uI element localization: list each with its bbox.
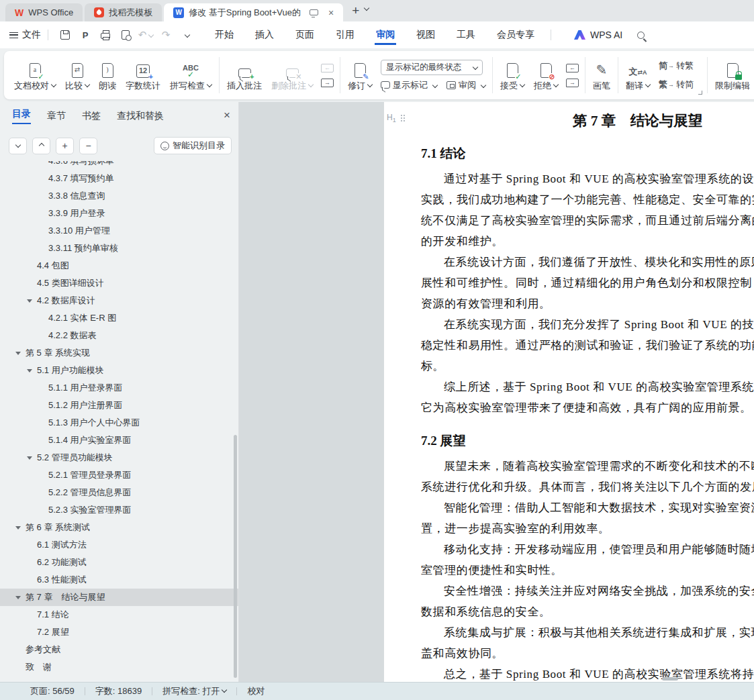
menu-insert[interactable]: 插入 xyxy=(254,25,275,45)
save-button[interactable] xyxy=(55,26,75,44)
review-panel-button[interactable]: 审阅 xyxy=(446,79,485,91)
brush-button[interactable]: ✎ 画笔 xyxy=(588,56,615,95)
toc-item[interactable]: 5.1.3 用户个人中心界面 xyxy=(0,414,238,432)
quickbar-customize-button[interactable] xyxy=(176,26,196,44)
toc-item[interactable]: 5.2.1 管理员登录界面 xyxy=(0,466,238,484)
toc-item[interactable]: 3.3.10 用户管理 xyxy=(0,222,238,240)
menu-reference[interactable]: 引用 xyxy=(334,25,356,45)
toc-collapse-arrow-icon[interactable] xyxy=(27,299,32,303)
menu-page[interactable]: 页面 xyxy=(294,25,316,45)
reject-button[interactable]: ⊘ 拒绝 xyxy=(529,56,563,95)
toc-item[interactable]: 4.2.2 数据表 xyxy=(0,327,238,344)
document-text-line[interactable]: 在系统实现方面，我们充分发挥了 Spring Boot 和 VUE 的技术优势 xyxy=(421,314,754,335)
document-text-line[interactable]: 展性和可维护性。同时，通过精细化的用户角色划分和权限控制，我们 xyxy=(421,272,754,293)
sidebar-tab-sections[interactable]: 章节 xyxy=(47,110,66,122)
toc-item[interactable]: 7.2 展望 xyxy=(0,623,238,641)
spell-check-button[interactable]: ABC✓ 拼写检查 xyxy=(165,56,216,95)
toc-zoom-out-button[interactable]: − xyxy=(79,138,97,154)
toc-item[interactable]: 4.3.7 填写预约单 xyxy=(0,170,238,187)
toc-item[interactable]: 6.1 测试方法 xyxy=(0,536,238,554)
document-text-line[interactable]: 实践，我们成功地构建了一个功能完善、性能稳定、安全可靠的实验室 xyxy=(421,189,754,210)
redo-button[interactable]: ↷ xyxy=(156,26,176,44)
prev-change-icon[interactable]: ← xyxy=(566,64,579,72)
menu-member[interactable]: 会员专享 xyxy=(496,25,536,45)
menu-home[interactable]: 开始 xyxy=(214,25,235,45)
tab-wps-office[interactable]: W WPS Office xyxy=(5,3,83,21)
heading-level-marker[interactable]: H1 xyxy=(387,113,402,123)
toc-item[interactable]: 第 5 章 系统实现 xyxy=(0,344,238,362)
tab-close-icon[interactable]: × xyxy=(328,7,334,18)
drag-handle-icon[interactable] xyxy=(401,115,402,116)
toc-item[interactable]: 3.3.9 用户登录 xyxy=(0,205,238,222)
toc-item[interactable]: 5.1.2 用户注册界面 xyxy=(0,397,238,414)
doc-proofread-button[interactable]: a✓ 文档校对 xyxy=(9,56,60,95)
toc-collapse-arrow-icon[interactable] xyxy=(15,526,21,530)
restrict-edit-button[interactable]: 限制编辑 xyxy=(710,56,754,95)
toc-item[interactable]: 5.1 用户功能模块 xyxy=(0,362,238,379)
document-text-line[interactable]: 置，进一步提高实验室的利用效率。 xyxy=(421,518,754,539)
document-text-line[interactable]: 智能化管理：借助人工智能和大数据技术，实现对实验室资源的智 xyxy=(421,497,754,518)
toc-item[interactable]: 6.2 功能测试 xyxy=(0,554,238,571)
spellcheck-indicator[interactable]: 拼写检查: 打开 xyxy=(162,685,226,697)
document-text-line[interactable]: 统不仅满足了高校实验室管理的实际需求，而且通过前后端分离的技术 xyxy=(421,210,754,231)
export-pdf-button[interactable]: P xyxy=(75,26,95,44)
toc-item[interactable]: 5.1.1 用户登录界面 xyxy=(0,379,238,397)
document-text-line[interactable]: 盖和高效协同。 xyxy=(421,643,754,664)
toc-item[interactable]: 3.3.8 信息查询 xyxy=(0,187,238,205)
document-text-line[interactable]: 数据和系统信息的安全。 xyxy=(421,601,754,622)
sidebar-tab-contents[interactable]: 目录 xyxy=(12,108,31,124)
document-text-line[interactable]: 的开发和维护。 xyxy=(421,231,754,252)
proofread-button[interactable]: 校对 xyxy=(247,685,265,697)
track-changes-button[interactable]: ✎ 修订 xyxy=(343,56,377,95)
toc-item[interactable]: 第 7 章 结论与展望 xyxy=(0,589,238,606)
toc-item[interactable]: 第 6 章 系统测试 xyxy=(0,519,238,536)
toc-expand-button[interactable] xyxy=(9,138,27,154)
toc-collapse-arrow-icon[interactable] xyxy=(15,352,21,355)
accept-button[interactable]: ✓ 接受 xyxy=(496,56,529,95)
undo-button[interactable]: ↶ xyxy=(136,26,156,44)
word-count-indicator[interactable]: 字数: 18639 xyxy=(95,685,142,697)
wps-ai-button[interactable]: WPS AI xyxy=(574,30,622,40)
tab-list-chevron-icon[interactable] xyxy=(362,3,369,15)
toc-zoom-in-button[interactable]: + xyxy=(56,138,74,154)
document-text-line[interactable]: 稳定性和易用性。通过严格的测试和验证，我们验证了系统的功能和性 xyxy=(421,335,754,356)
document-text-line[interactable]: 总之，基于 Spring Boot 和 VUE 的高校实验室管理系统将持续演进 xyxy=(421,664,754,682)
document-text-line[interactable]: 安全性增强：持续关注并应对网络安全挑战，加强系统的安全防护 xyxy=(421,581,754,601)
print-button[interactable] xyxy=(95,26,115,44)
file-menu-button[interactable]: 文件 xyxy=(9,29,41,41)
sidebar-tab-find-replace[interactable]: 查找和替换 xyxy=(117,110,164,122)
next-change-icon[interactable]: → xyxy=(566,79,579,87)
search-icon[interactable] xyxy=(637,32,645,39)
tab-docer[interactable]: 找稻壳模板 xyxy=(85,3,162,21)
document-text-line[interactable]: 资源的有效管理和利用。 xyxy=(421,293,754,314)
document-text-line[interactable]: 系统集成与扩展：积极与其他相关系统进行集成和扩展，实现实验 xyxy=(421,622,754,643)
sidebar-scrollbar[interactable] xyxy=(234,435,237,678)
prev-comment-icon[interactable]: ← xyxy=(321,64,334,72)
compare-button[interactable]: ⇄ 比较 xyxy=(60,56,94,95)
toc-item[interactable]: 4.3.6 填写损坏单 xyxy=(0,161,238,170)
page-indicator[interactable]: 页面: 56/59 xyxy=(30,685,75,697)
to-simplified-button[interactable]: 繁→ 转简 xyxy=(659,78,694,92)
to-traditional-button[interactable]: 简→ 转繁 xyxy=(659,59,694,73)
menu-review[interactable]: 审阅 xyxy=(375,25,396,45)
toc-item[interactable]: 4.2.1 实体 E-R 图 xyxy=(0,309,238,327)
sidebar-close-icon[interactable]: × xyxy=(224,109,230,122)
toc-item[interactable]: 7.1 结论 xyxy=(0,606,238,623)
new-tab-button[interactable]: + xyxy=(352,2,359,19)
document-text-line[interactable]: 综上所述，基于 Spring Boot 和 VUE 的高校实验室管理系统是一个成 xyxy=(421,377,754,397)
document-text-line[interactable]: 它为高校实验室管理带来了便捷和高效，具有广阔的应用前景。 xyxy=(421,397,754,418)
toc-item[interactable]: 参考文献 xyxy=(0,641,238,658)
show-markup-button[interactable]: 显示标记 xyxy=(381,79,437,91)
menu-view[interactable]: 视图 xyxy=(415,25,436,45)
toc-item[interactable]: 5.2.3 实验室管理界面 xyxy=(0,501,238,519)
toc-item[interactable]: 5.2 管理员功能模块 xyxy=(0,449,238,466)
menu-tools[interactable]: 工具 xyxy=(455,25,477,45)
chapter-title[interactable]: 第 7 章 结论与展望 xyxy=(421,111,754,131)
sidebar-tab-bookmarks[interactable]: 书签 xyxy=(82,110,101,122)
next-comment-icon[interactable]: → xyxy=(321,79,334,87)
tab-cast-icon[interactable] xyxy=(310,9,318,15)
toc-item[interactable]: 5.2.2 管理员信息界面 xyxy=(0,484,238,501)
delete-comment-button[interactable]: ✕ 删除批注 xyxy=(267,56,318,95)
toc-item[interactable]: 4.2 数据库设计 xyxy=(0,292,238,309)
document-text-line[interactable]: 系统进行优化和升级。具体而言，我们将关注以下几个方面的发展： xyxy=(421,477,754,497)
